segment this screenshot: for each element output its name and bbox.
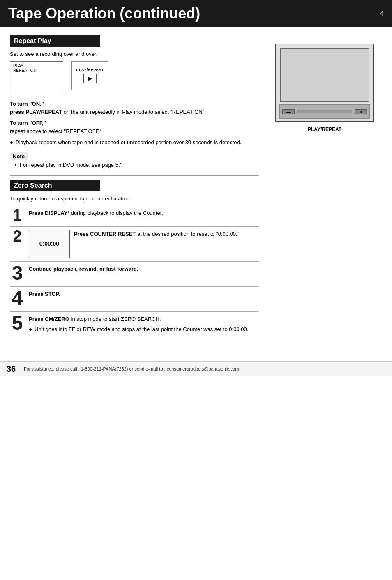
tv-control-bar	[297, 110, 352, 113]
play-button-icon: ▶	[83, 74, 97, 83]
display-area: PLAY REPEAT ON PLAY/REPEAT ▶	[10, 61, 259, 94]
step-4-content: Press STOP.	[29, 288, 259, 298]
step-5: 5 Press CM/ZERO in stop mode to start ZE…	[10, 313, 259, 339]
step-2-inner: 0:00:00 Press COUNTER RESET at the desir…	[29, 230, 259, 258]
page-header: Tape Operation (continued) 4	[0, 0, 392, 27]
display-line2: REPEAT ON	[13, 68, 37, 73]
tv-screen	[280, 48, 369, 102]
main-content: Repeat Play Set to see a recording over …	[0, 27, 392, 345]
step-5-number: 5	[10, 313, 25, 333]
repeat-play-description: Set to see a recording over and over.	[10, 51, 259, 57]
tv-label: PLAY/REPEAT	[308, 127, 341, 132]
step-4-number: 4	[10, 288, 25, 308]
repeat-play-section: Repeat Play Set to see a recording over …	[10, 35, 259, 168]
note-box: Note	[10, 152, 28, 160]
tv-illustration: ▬▬ ▮▮	[275, 44, 374, 122]
note-bullet: For repeat play in DVD mode, see page 57…	[20, 162, 123, 168]
turn-on-heading: To turn "ON,"	[10, 101, 44, 107]
turn-off-text: repeat above to select "REPEAT OFF."	[10, 128, 101, 134]
step-5-content: Press CM/ZERO in stop mode to start ZERO…	[29, 313, 259, 336]
step-2-content: 0:00:00 Press COUNTER RESET at the desir…	[29, 228, 259, 258]
step-2-number: 2	[10, 228, 25, 244]
tv-controls: ▬▬ ▮▮	[279, 104, 370, 119]
section-divider	[10, 175, 259, 176]
turn-off-block: To turn "OFF," repeat above to select "R…	[10, 119, 259, 135]
tv-control-right: ▮▮	[355, 109, 367, 114]
page-indicator: 4	[380, 10, 384, 17]
turn-on-block: To turn "ON," press PLAY/REPEAT on the u…	[10, 100, 259, 116]
step-3-number: 3	[10, 263, 25, 283]
note-label: Note	[13, 153, 25, 159]
step-2-text: Press COUNTER RESET at the desired posit…	[74, 230, 239, 238]
zero-search-description: To quickly return to a specific tape cou…	[10, 196, 259, 202]
step-5-bullet: Unit goes into FF or REW mode and stops …	[35, 325, 259, 334]
footer-page-number: 36	[7, 364, 19, 374]
counter-display: 0:00:00	[29, 230, 70, 258]
footer-assistance-text: For assistance, please call : 1-800-211-…	[24, 366, 239, 371]
display-box-left: PLAY REPEAT ON	[10, 61, 63, 94]
display-line1: PLAY	[13, 64, 23, 68]
left-column: Repeat Play Set to see a recording over …	[10, 35, 267, 341]
step-1-number: 1	[10, 207, 25, 223]
step-1: 1 Press DISPLAY* during playback to disp…	[10, 207, 259, 227]
step-3-content: Continue playback, rewind, or fast forwa…	[29, 263, 259, 273]
zero-search-section: Zero Search To quickly return to a speci…	[10, 180, 259, 339]
tv-container: ▬▬ ▮▮ PLAY/REPEAT	[275, 44, 374, 132]
display-box-right: PLAY/REPEAT ▶	[71, 61, 108, 90]
step-4: 4 Press STOP.	[10, 288, 259, 312]
turn-off-heading: To turn "OFF,"	[10, 120, 46, 126]
page-title: Tape Operation (continued)	[8, 5, 200, 22]
repeat-play-header: Repeat Play	[10, 35, 100, 47]
turn-on-text: press PLAY/REPEAT on the unit repeatedly…	[10, 109, 206, 115]
right-column: ▬▬ ▮▮ PLAY/REPEAT	[267, 35, 382, 341]
step-3: 3 Continue playback, rewind, or fast for…	[10, 263, 259, 287]
zero-search-header: Zero Search	[10, 180, 100, 191]
play-repeat-label: PLAY/REPEAT	[76, 68, 104, 72]
page-footer: 36 For assistance, please call : 1-800-2…	[0, 361, 392, 376]
note-content: For repeat play in DVD mode, see page 57…	[14, 162, 259, 168]
step-1-content: Press DISPLAY* during playback to displa…	[29, 207, 259, 217]
repeat-play-bullet: Playback repeats when tape end is reache…	[16, 138, 259, 147]
step-2: 2 0:00:00 Press COUNTER RESET at the des…	[10, 228, 259, 262]
tv-control-display: ▬▬	[282, 109, 295, 114]
